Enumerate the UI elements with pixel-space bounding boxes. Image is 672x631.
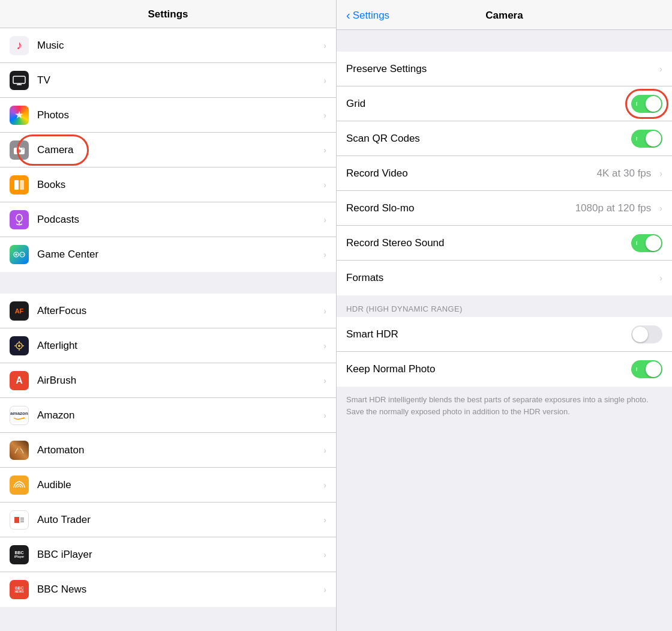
sidebar-item-gamecenter[interactable]: Game Center › <box>0 237 336 272</box>
bbciplayer-label: BBC iPlayer <box>37 549 319 561</box>
scan-qr-toggle[interactable]: I <box>631 130 662 148</box>
record-stereo-sound-item[interactable]: Record Stereo Sound I <box>337 226 672 261</box>
sidebar-item-tv[interactable]: TV › <box>0 63 336 98</box>
music-label: Music <box>37 40 319 52</box>
music-icon: ♪ <box>10 36 29 55</box>
sidebar-item-bbciplayer[interactable]: BBC iPlayer BBC iPlayer › <box>0 537 336 572</box>
sidebar-item-amazon[interactable]: amazon Amazon › <box>0 398 336 433</box>
airbrush-label: AirBrush <box>37 375 319 387</box>
preserve-settings-item[interactable]: Preserve Settings › <box>337 52 672 86</box>
record-stereo-sound-toggle[interactable]: I <box>631 234 662 252</box>
bbciplayer-icon: BBC iPlayer <box>10 545 29 564</box>
scan-qr-toggle-thumb <box>646 131 661 146</box>
smart-hdr-label: Smart HDR <box>346 328 631 340</box>
bbcnews-label: BBC News <box>37 584 319 596</box>
camera-icon <box>10 140 29 160</box>
sidebar-item-books[interactable]: Books › <box>0 168 336 202</box>
sidebar-item-autotrader[interactable]: Auto Trader › <box>0 503 336 537</box>
tv-label: TV <box>37 74 319 86</box>
sidebar-item-artomaton[interactable]: Artomaton › <box>0 433 336 468</box>
sidebar-item-afterlight[interactable]: Afterlight › <box>0 328 336 363</box>
sidebar-item-afterfocus[interactable]: AF AfterFocus › <box>0 294 336 328</box>
bbciplayer-chevron: › <box>323 550 326 560</box>
afterfocus-icon: AF <box>10 301 29 321</box>
hdr-section-label: HDR (HIGH DYNAMIC RANGE) <box>346 304 463 313</box>
sidebar-item-podcasts[interactable]: Podcasts › <box>0 202 336 237</box>
artomaton-label: Artomaton <box>37 444 319 456</box>
back-chevron-icon: ‹ <box>346 8 350 22</box>
amazon-icon: amazon <box>10 406 29 425</box>
bbcnews-icon: BBC NEWS <box>10 580 29 599</box>
amazon-chevron: › <box>323 411 326 420</box>
camera-header: ‹ Settings Camera <box>337 0 672 30</box>
artomaton-icon <box>10 441 29 460</box>
svg-point-18 <box>18 345 20 347</box>
grid-toggle-label: I <box>636 101 638 107</box>
svg-rect-5 <box>17 146 20 148</box>
sidebar-item-bbcnews[interactable]: BBC NEWS BBC News › <box>0 572 336 607</box>
scan-qr-label: Scan QR Codes <box>346 133 631 145</box>
autotrader-icon <box>10 510 29 530</box>
formats-item[interactable]: Formats › <box>337 261 672 295</box>
music-chevron: › <box>323 41 326 50</box>
back-button[interactable]: ‹ Settings <box>346 8 389 22</box>
sidebar-item-camera[interactable]: Camera › <box>0 133 336 168</box>
audible-icon <box>10 476 29 495</box>
airbrush-chevron: › <box>323 376 326 385</box>
settings-panel: Settings ♪ Music › TV › Photos › <box>0 0 336 631</box>
podcasts-chevron: › <box>323 215 326 225</box>
sidebar-item-audible[interactable]: Audible › <box>0 468 336 503</box>
photos-chevron: › <box>323 110 326 120</box>
keep-normal-photo-item[interactable]: Keep Normal Photo I <box>337 352 672 387</box>
record-slo-mo-value: 1080p at 120 fps <box>575 202 652 214</box>
keep-normal-photo-toggle[interactable]: I <box>631 360 662 378</box>
smart-hdr-toggle-thumb <box>632 327 648 342</box>
books-icon <box>10 175 29 195</box>
section-divider <box>0 272 336 294</box>
amazon-label: Amazon <box>37 409 319 421</box>
podcasts-icon <box>10 210 29 229</box>
sidebar-item-photos[interactable]: Photos › <box>0 98 336 133</box>
smart-hdr-item[interactable]: Smart HDR <box>337 317 672 352</box>
camera-label: Camera <box>37 144 319 156</box>
svg-point-9 <box>16 214 22 222</box>
sidebar-item-airbrush[interactable]: A AirBrush › <box>0 363 336 398</box>
formats-chevron: › <box>659 273 662 283</box>
svg-point-23 <box>17 446 21 448</box>
afterfocus-label: AfterFocus <box>37 305 319 317</box>
main-settings-list: ♪ Music › TV › Photos › Came <box>0 28 336 272</box>
record-slo-mo-item[interactable]: Record Slo-mo 1080p at 120 fps › <box>337 191 672 226</box>
svg-point-12 <box>20 252 25 257</box>
autotrader-label: Auto Trader <box>37 514 319 526</box>
record-video-item[interactable]: Record Video 4K at 30 fps › <box>337 156 672 191</box>
grid-toggle[interactable]: I <box>631 95 662 113</box>
svg-rect-7 <box>14 180 19 190</box>
smart-hdr-toggle[interactable] <box>631 325 662 343</box>
record-stereo-sound-toggle-thumb <box>646 235 661 251</box>
afterfocus-chevron: › <box>323 306 326 316</box>
grid-item[interactable]: Grid I <box>337 86 672 121</box>
back-label: Settings <box>353 10 389 22</box>
camera-chevron: › <box>323 145 326 155</box>
record-slo-mo-label: Record Slo-mo <box>346 202 575 214</box>
record-video-value: 4K at 30 fps <box>597 168 652 180</box>
audible-label: Audible <box>37 479 319 491</box>
afterlight-chevron: › <box>323 341 326 351</box>
grid-toggle-thumb <box>646 96 661 112</box>
svg-point-4 <box>17 149 22 153</box>
scan-qr-item[interactable]: Scan QR Codes I <box>337 121 672 156</box>
books-chevron: › <box>323 180 326 190</box>
record-stereo-sound-toggle-label: I <box>636 240 638 246</box>
podcasts-label: Podcasts <box>37 214 319 226</box>
camera-settings-panel: ‹ Settings Camera Preserve Settings › Gr… <box>336 0 672 631</box>
tv-chevron: › <box>323 76 326 85</box>
afterlight-label: Afterlight <box>37 340 319 352</box>
hdr-description: Smart HDR intelligently blends the best … <box>337 387 672 424</box>
svg-point-6 <box>23 148 24 149</box>
sidebar-item-music[interactable]: ♪ Music › <box>0 28 336 63</box>
afterlight-icon <box>10 336 29 355</box>
record-slo-mo-chevron: › <box>659 204 662 213</box>
hdr-section-divider: HDR (HIGH DYNAMIC RANGE) <box>337 295 672 317</box>
scan-qr-toggle-label: I <box>636 136 638 142</box>
top-spacer <box>337 30 672 52</box>
